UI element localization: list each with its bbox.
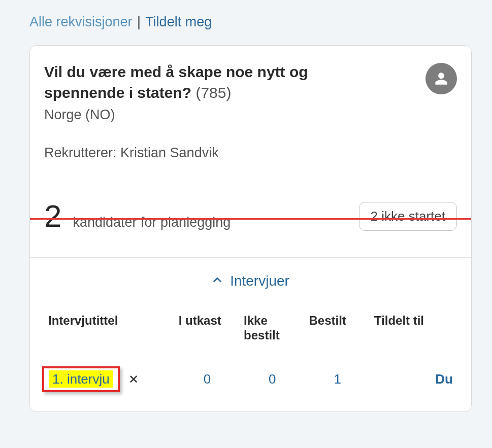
notordered-count[interactable]: 0 bbox=[269, 371, 276, 387]
interviews-section-label: Intervjuer bbox=[230, 273, 289, 289]
breadcrumb-separator: | bbox=[137, 14, 141, 29]
planning-text[interactable]: kandidater for planlegging bbox=[73, 215, 231, 230]
requisition-card: Vil du være med å skape noe nytt og spen… bbox=[29, 45, 472, 412]
chevron-up-icon bbox=[212, 274, 223, 288]
col-draft: I utkast bbox=[175, 308, 240, 355]
col-title: Intervjutittel bbox=[44, 308, 175, 355]
assigned-to-link[interactable]: Du bbox=[435, 371, 453, 387]
col-notordered: Ikke bestilt bbox=[240, 308, 305, 355]
not-started-badge[interactable]: 2 ikke startet bbox=[359, 202, 457, 231]
interviews-section-toggle[interactable]: Intervjuer bbox=[44, 258, 457, 299]
planning-count: 2 bbox=[44, 200, 61, 232]
col-assigned: Tildelt til bbox=[370, 308, 457, 355]
planning-summary-row: 2 kandidater for planlegging 2 ikke star… bbox=[44, 200, 457, 232]
interview-title-link[interactable]: 1. intervju bbox=[49, 370, 113, 388]
highlight-annotation: 1. intervju bbox=[42, 366, 120, 392]
ordered-count[interactable]: 1 bbox=[334, 371, 341, 387]
interviews-table: Intervjutittel I utkast Ikke bestilt Bes… bbox=[44, 308, 457, 403]
requisition-title: Vil du være med å skape noe nytt og spen… bbox=[44, 62, 359, 103]
breadcrumb: Alle rekvisisjoner | Tildelt meg bbox=[29, 14, 472, 30]
profile-avatar[interactable] bbox=[425, 63, 457, 94]
close-icon[interactable]: ✕ bbox=[128, 372, 139, 386]
col-ordered: Bestilt bbox=[305, 308, 370, 355]
breadcrumb-assigned-link[interactable]: Tildelt meg bbox=[145, 14, 212, 29]
draft-count[interactable]: 0 bbox=[204, 371, 211, 387]
recruiter-name: Kristian Sandvik bbox=[120, 145, 219, 160]
requisition-title-text: Vil du være med å skape noe nytt og spen… bbox=[44, 63, 308, 101]
recruiter-label: Rekrutterer: bbox=[44, 145, 117, 160]
table-row: 1. intervju ✕ 0 0 1 Du bbox=[44, 355, 457, 403]
person-icon bbox=[434, 72, 448, 86]
breadcrumb-all-link[interactable]: Alle rekvisisjoner bbox=[29, 14, 133, 29]
requisition-id: (785) bbox=[195, 84, 231, 101]
requisition-location: Norge (NO) bbox=[44, 107, 359, 123]
recruiter-line: Rekrutterer: Kristian Sandvik bbox=[44, 145, 359, 161]
